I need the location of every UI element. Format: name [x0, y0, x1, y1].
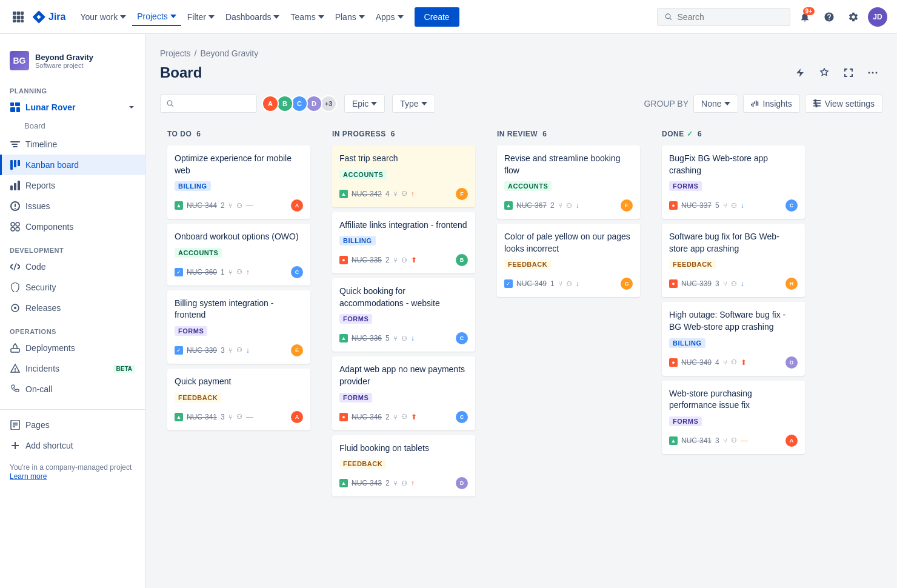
card-0-3[interactable]: Quick payment FEEDBACK ▲ NUC-341 3 ⑂ ⚇ —… [167, 369, 310, 430]
card-1-2[interactable]: Quick booking for accommodations - websi… [332, 278, 475, 352]
learn-more-link[interactable]: Learn more [10, 472, 47, 481]
sidebar-security[interactable]: Security [0, 277, 145, 298]
user-avatar[interactable]: JD [868, 7, 887, 27]
card-count: 3 [221, 413, 225, 421]
card-1-3[interactable]: Adapt web app no new payments provider F… [332, 356, 475, 430]
sidebar-releases[interactable]: Releases [0, 298, 145, 318]
svg-rect-16 [12, 144, 18, 145]
svg-rect-23 [18, 181, 20, 190]
svg-rect-17 [13, 146, 18, 147]
kanban-icon [10, 159, 21, 170]
create-button[interactable]: Create [415, 7, 459, 27]
avatar-4[interactable]: D [305, 95, 322, 112]
card-0-2[interactable]: Billing system integration - frontend FO… [167, 290, 310, 364]
people-icon: ⚇ [401, 256, 407, 264]
nav-filter[interactable]: Filter [182, 8, 219, 25]
sidebar-project[interactable]: BG Beyond Gravity Software project [0, 44, 145, 78]
lunar-rover-label: Lunar Rover [25, 102, 75, 112]
company-info: You're in a company-managed project Lear… [0, 456, 145, 488]
oncall-icon [10, 384, 21, 395]
card-3-3[interactable]: Web-store purchasing performance issue f… [662, 381, 805, 454]
card-count: 2 [221, 201, 225, 210]
people-icon: ⚇ [401, 190, 407, 198]
nav-apps[interactable]: Apps [371, 8, 408, 25]
card-3-0[interactable]: BugFix BG Web-store app crashing FORMS ●… [662, 145, 805, 219]
sidebar-add-shortcut[interactable]: Add shortcut [0, 435, 145, 456]
more-options-button[interactable] [863, 63, 882, 82]
card-label: FORMS [175, 326, 207, 336]
people-icon: ⚇ [566, 280, 572, 288]
search-input[interactable] [678, 12, 782, 22]
sidebar-reports[interactable]: Reports [0, 175, 145, 196]
card-issue-id: NUC-335 [352, 256, 382, 264]
sidebar-code[interactable]: Code [0, 256, 145, 277]
nav-dashboards[interactable]: Dashboards [221, 8, 285, 25]
group-by-none-button[interactable]: None [693, 95, 738, 113]
sidebar-components[interactable]: Components [0, 216, 145, 237]
type-button[interactable]: Type [392, 95, 435, 113]
expand-button[interactable] [839, 63, 858, 82]
avatar-more[interactable]: +3 [320, 95, 337, 112]
card-label: FEEDBACK [504, 259, 551, 269]
sidebar-incidents[interactable]: Incidents BETA [0, 358, 145, 379]
column-count-1: 6 [391, 130, 395, 138]
board-search-box[interactable] [160, 95, 257, 113]
column-header-0: TO DO 6 [167, 130, 310, 138]
avatar-1[interactable]: A [262, 95, 279, 112]
sidebar-kanban[interactable]: Kanban board [0, 155, 145, 175]
card-2-1[interactable]: Color of pale yellow on our pages looks … [497, 224, 640, 297]
sidebar-oncall[interactable]: On-call [0, 379, 145, 399]
board-search-input[interactable] [178, 99, 250, 109]
sidebar-pages[interactable]: Pages [0, 415, 145, 435]
search-box[interactable] [657, 8, 790, 26]
card-2-0[interactable]: Revise and streamline booking flow ACCOU… [497, 145, 640, 219]
nav-teams[interactable]: Teams [285, 8, 328, 25]
card-3-1[interactable]: Software bug fix for BG Web-store app cr… [662, 224, 805, 297]
column-title-3: DONE ✓ [662, 130, 693, 138]
epic-button[interactable]: Epic [344, 95, 385, 113]
card-0-1[interactable]: Onboard workout options (OWO) ACCOUNTS ✓… [167, 224, 310, 286]
jira-logo[interactable]: Jira [32, 10, 65, 24]
card-issue-id: NUC-340 [681, 358, 712, 367]
card-label: FORMS [669, 181, 702, 191]
branch-icon: ⑂ [228, 347, 233, 354]
avatar-2[interactable]: B [276, 95, 293, 112]
card-1-0[interactable]: Fast trip search ACCOUNTS ▲ NUC-342 4 ⑂ … [332, 145, 475, 207]
view-settings-button[interactable]: View settings [805, 95, 882, 113]
sidebar-lunar-rover[interactable]: Lunar Rover [0, 97, 145, 118]
help-button[interactable] [819, 7, 839, 27]
svg-rect-6 [13, 19, 16, 22]
reports-label: Reports [25, 181, 55, 190]
avatar-3[interactable]: C [291, 95, 308, 112]
card-1-4[interactable]: Fluid booking on tablets FEEDBACK ▲ NUC-… [332, 435, 475, 497]
nav-projects[interactable]: Projects [132, 8, 181, 26]
branch-icon: ⑂ [393, 335, 398, 342]
breadcrumb-beyond-gravity[interactable]: Beyond Gravity [200, 48, 258, 58]
sidebar-issues[interactable]: Issues [0, 196, 145, 216]
sidebar-deployments[interactable]: Deployments [0, 338, 145, 358]
group-by-label: GROUP BY [644, 99, 689, 109]
card-title: Quick booking for accommodations - websi… [339, 286, 468, 309]
card-title: Color of pale yellow on our pages looks … [504, 231, 633, 255]
column-header-2: IN REVIEW 6 [497, 130, 640, 138]
grid-icon[interactable] [10, 8, 27, 25]
deployments-label: Deployments [25, 343, 75, 353]
sidebar-timeline[interactable]: Timeline [0, 134, 145, 155]
lightning-button[interactable] [790, 63, 810, 82]
card-footer: ▲ NUC-343 2 ⑂ ⚇ ↑ D [339, 477, 468, 489]
card-3-2[interactable]: High outage: Software bug fix - BG Web-s… [662, 302, 805, 375]
nav-your-work[interactable]: Your work [75, 8, 131, 25]
oncall-label: On-call [25, 384, 52, 394]
nav-plans[interactable]: Plans [330, 8, 370, 25]
sidebar-bottom: Pages Add shortcut You're in a company-m… [0, 409, 145, 488]
company-text: You're in a company-managed project [10, 463, 135, 472]
insights-button[interactable]: Insights [743, 95, 800, 113]
branch-icon: ⑂ [393, 413, 398, 421]
settings-button[interactable] [844, 7, 863, 27]
breadcrumb-projects[interactable]: Projects [160, 48, 191, 58]
card-1-1[interactable]: Affiliate links integration - frontend B… [332, 212, 475, 274]
card-0-0[interactable]: Optimize experience for mobile web BILLI… [167, 145, 310, 219]
star-button[interactable] [815, 63, 834, 82]
column-title-0: TO DO [167, 130, 192, 138]
notifications-button[interactable]: 9+ [795, 7, 815, 27]
